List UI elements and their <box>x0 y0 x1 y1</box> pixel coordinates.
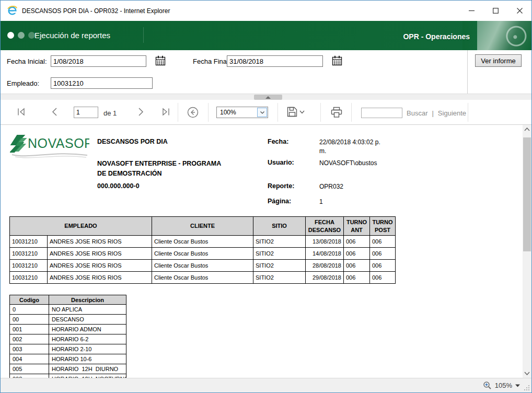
browser-window: DESCANSOS POR DIA - OPR032 - Internet Ex… <box>0 0 532 393</box>
first-page-button[interactable] <box>15 107 27 117</box>
svg-text:NOVASOFT: NOVASOFT <box>28 136 89 151</box>
col-empleado: EMPLEADO <box>10 217 152 236</box>
empleado-label: Empleado: <box>7 79 39 87</box>
cell-codigo: 005 <box>10 364 49 374</box>
report-subtitle: NOVASOFT ENTERPRISE - PROGRAMA DE DEMOST… <box>97 159 230 179</box>
col-sitio: SITIO <box>253 217 306 236</box>
fecha-final-input[interactable] <box>227 55 323 67</box>
cell-empleado-nombre: ANDRES JOSE RIOS RIOS <box>48 272 152 284</box>
cell-descripcion: HORARIO 12H NOCTURNO <box>49 374 126 378</box>
codigos-table: Codigo Descripcion 0 NO APLICA 00 <box>9 295 126 378</box>
cell-sitio: SITIO2 <box>253 260 306 272</box>
vertical-scrollbar[interactable] <box>523 125 531 378</box>
report-viewer-toolbar: de 1 100% <box>1 100 531 125</box>
cell-sitio: SITIO2 <box>253 272 306 284</box>
fecha-inicial-calendar-button[interactable] <box>155 55 166 66</box>
find-button[interactable]: Buscar <box>407 109 427 117</box>
cell-cliente: Cliente Oscar Bustos <box>152 272 253 284</box>
codigo-row: 00 DESCANSO <box>10 315 126 325</box>
chevron-down-icon <box>515 384 520 387</box>
find-text-input[interactable] <box>361 108 402 118</box>
descansos-row: 10031210 ANDRES JOSE RIOS RIOS Cliente O… <box>10 236 396 248</box>
cell-empleado-id: 10031210 <box>10 272 48 284</box>
cell-turno-post: 006 <box>370 272 396 284</box>
cell-cliente: Cliente Oscar Bustos <box>152 260 253 272</box>
cell-codigo: 00 <box>10 315 49 325</box>
header-decorative-image <box>477 21 531 50</box>
fecha-final-calendar-button[interactable] <box>331 55 342 66</box>
status-bar: 105% <box>1 378 531 392</box>
close-icon <box>517 8 523 14</box>
cell-turno-ant: 006 <box>344 272 370 284</box>
cell-empleado-id: 10031210 <box>10 236 48 248</box>
next-page-button[interactable] <box>137 107 145 117</box>
cell-descripcion: HORARIO 2-10 <box>49 344 126 354</box>
pagina-meta-value: 1 <box>319 198 323 206</box>
find-separator: | <box>432 109 433 117</box>
previous-page-button[interactable] <box>51 107 58 117</box>
cell-codigo: 0 <box>10 305 49 315</box>
internet-explorer-icon <box>7 6 17 16</box>
chevron-down-icon <box>260 111 264 114</box>
maximize-button[interactable] <box>483 1 507 21</box>
module-label: OPR - Operaciones <box>403 32 470 41</box>
toolbar-divider <box>351 103 352 122</box>
cell-fecha-descanso: 29/08/2018 <box>306 272 344 284</box>
calendar-icon <box>332 55 342 66</box>
fecha-inicial-label: Fecha Inicial: <box>7 57 47 65</box>
cell-codigo: 002 <box>10 334 49 344</box>
cell-empleado-nombre: ANDRES JOSE RIOS RIOS <box>48 248 152 260</box>
toolbar-divider <box>208 103 209 122</box>
scroll-up-button[interactable] <box>523 125 531 134</box>
report-parameters-panel: Fecha Inicial: Fecha Final: <box>1 50 531 94</box>
header-dots <box>7 32 35 39</box>
toolbar-divider <box>178 103 178 122</box>
chevron-down-icon <box>524 372 530 375</box>
reporte-meta-value: OPR032 <box>319 182 343 191</box>
cell-turno-ant: 006 <box>344 236 370 248</box>
find-next-button[interactable]: Siguiente <box>438 109 466 117</box>
maximize-icon <box>493 8 499 14</box>
chevron-up-icon <box>265 96 271 99</box>
back-to-parent-report-button[interactable] <box>187 106 199 119</box>
resize-grip[interactable] <box>523 384 530 391</box>
ver-informe-button[interactable]: Ver informe <box>475 54 522 67</box>
print-button[interactable] <box>330 107 343 118</box>
fecha-meta-label: Fecha: <box>268 138 288 145</box>
fecha-final-label: Fecha Final: <box>193 57 230 65</box>
zoom-status-control[interactable]: 105% <box>483 378 520 392</box>
cell-descripcion: HORARIO 10-6 <box>49 354 126 364</box>
cell-fecha-descanso: 13/08/2018 <box>306 236 344 248</box>
last-page-button[interactable] <box>160 107 172 117</box>
print-icon <box>330 107 343 118</box>
save-icon <box>287 107 305 117</box>
empleado-input[interactable] <box>51 77 153 89</box>
scrollbar-thumb[interactable] <box>523 137 531 251</box>
codigo-row: 005 HORARIO 12H DIURNO <box>10 364 126 374</box>
header-divider <box>143 27 144 43</box>
chevron-right-icon <box>137 107 145 117</box>
cell-codigo: 004 <box>10 354 49 364</box>
page-total-label: de 1 <box>103 109 117 117</box>
cell-turno-post: 006 <box>370 248 396 260</box>
scroll-down-button[interactable] <box>523 369 531 378</box>
collapse-parameters-handle[interactable] <box>254 95 282 100</box>
zoom-select[interactable]: 100% <box>216 107 268 118</box>
cell-empleado-id: 10031210 <box>10 248 48 260</box>
zoom-value: 100% <box>217 109 257 116</box>
cell-turno-post: 006 <box>370 236 396 248</box>
codigo-row: 0 NO APLICA <box>10 305 126 315</box>
minimize-button[interactable] <box>459 1 483 21</box>
cell-codigo: 001 <box>10 325 49 334</box>
close-button[interactable] <box>507 1 531 21</box>
col-turno-ant: TURNO ANT <box>344 217 370 236</box>
codigo-row: 003 HORARIO 2-10 <box>10 344 126 354</box>
back-arrow-icon <box>187 106 199 119</box>
fecha-inicial-input[interactable] <box>51 55 146 67</box>
current-page-input[interactable] <box>74 107 98 118</box>
usuario-meta-label: Usuario: <box>268 159 294 166</box>
last-page-icon <box>160 107 172 117</box>
export-save-button[interactable] <box>287 107 305 117</box>
col-descripcion: Descripcion <box>49 295 126 305</box>
zoom-dropdown-button[interactable] <box>257 108 267 117</box>
